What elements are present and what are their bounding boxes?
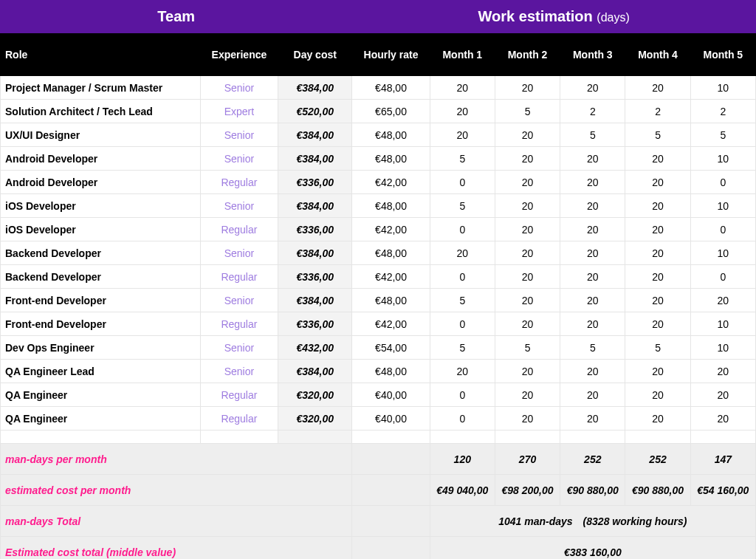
table-row: QA EngineerRegular€320,00€40,00020202020 (1, 407, 756, 431)
month3-cell: 20 (560, 171, 625, 194)
summary-cost-label: estimated cost per month (1, 475, 352, 506)
month4-cell: 5 (625, 123, 690, 147)
month1-cell: 0 (430, 312, 495, 336)
role-cell: Android Developer (1, 147, 201, 171)
summary-cost-row: estimated cost per month €49 040,00 €98 … (1, 475, 756, 506)
mandays-m1: 120 (430, 444, 495, 475)
experience-cell: Senior (200, 289, 278, 312)
role-cell: Backend Developer (1, 241, 201, 265)
month3-cell: 20 (560, 241, 625, 265)
month5-cell: 20 (690, 360, 755, 383)
cost-m1: €49 040,00 (430, 475, 495, 506)
daycost-cell: €336,00 (278, 218, 352, 241)
col-month-2: Month 2 (495, 33, 560, 76)
rate-cell: €48,00 (352, 360, 430, 383)
rate-cell: €54,00 (352, 336, 430, 360)
rate-cell: €42,00 (352, 171, 430, 194)
rate-cell: €42,00 (352, 265, 430, 289)
col-month-1: Month 1 (430, 33, 495, 76)
role-cell: QA Engineer (1, 407, 201, 431)
month3-cell: 5 (560, 336, 625, 360)
experience-cell: Expert (200, 100, 278, 123)
col-day-cost: Day cost (278, 33, 352, 76)
month4-cell: 5 (625, 336, 690, 360)
experience-cell: Regular (200, 383, 278, 407)
month2-cell: 5 (495, 336, 560, 360)
col-month-5: Month 5 (690, 33, 755, 76)
daycost-cell: €384,00 (278, 360, 352, 383)
month1-cell: 5 (430, 147, 495, 171)
rate-cell: €65,00 (352, 100, 430, 123)
role-cell: Dev Ops Engineer (1, 336, 201, 360)
daycost-cell: €320,00 (278, 407, 352, 431)
role-cell: UX/UI Designer (1, 123, 201, 147)
month4-cell: 20 (625, 360, 690, 383)
cost-m2: €98 200,00 (495, 475, 560, 506)
mandays-m3: 252 (560, 444, 625, 475)
month4-cell: 20 (625, 265, 690, 289)
month2-cell: 20 (495, 265, 560, 289)
experience-cell: Senior (200, 123, 278, 147)
spacer-row (1, 431, 756, 444)
experience-cell: Senior (200, 336, 278, 360)
month1-cell: 5 (430, 289, 495, 312)
month1-cell: 0 (430, 407, 495, 431)
rate-cell: €48,00 (352, 241, 430, 265)
month4-cell: 20 (625, 194, 690, 218)
total-mid-value: €383 160,00 (430, 537, 755, 560)
month3-cell: 20 (560, 76, 625, 100)
month1-cell: 20 (430, 360, 495, 383)
table-row: iOS DeveloperSenior€384,00€48,0052020201… (1, 194, 756, 218)
month3-cell: 2 (560, 100, 625, 123)
month5-cell: 2 (690, 100, 755, 123)
experience-cell: Regular (200, 407, 278, 431)
role-cell: Backend Developer (1, 265, 201, 289)
header-work-sub: (days) (597, 11, 629, 24)
table-row: Android DeveloperRegular€336,00€42,00020… (1, 171, 756, 194)
experience-cell: Regular (200, 218, 278, 241)
rate-cell: €40,00 (352, 383, 430, 407)
month2-cell: 20 (495, 360, 560, 383)
month2-cell: 20 (495, 241, 560, 265)
month4-cell: 20 (625, 289, 690, 312)
col-month-3: Month 3 (560, 33, 625, 76)
month2-cell: 20 (495, 123, 560, 147)
month2-cell: 5 (495, 100, 560, 123)
rate-cell: €40,00 (352, 407, 430, 431)
role-cell: iOS Developer (1, 218, 201, 241)
month5-cell: 5 (690, 123, 755, 147)
role-cell: iOS Developer (1, 194, 201, 218)
header-work-label: Work estimation (478, 8, 593, 24)
month3-cell: 20 (560, 218, 625, 241)
experience-cell: Senior (200, 360, 278, 383)
month4-cell: 20 (625, 171, 690, 194)
table-row: iOS DeveloperRegular€336,00€42,000202020… (1, 218, 756, 241)
table-row: QA EngineerRegular€320,00€40,00020202020 (1, 383, 756, 407)
rate-cell: €48,00 (352, 194, 430, 218)
role-cell: Android Developer (1, 171, 201, 194)
month1-cell: 20 (430, 241, 495, 265)
daycost-cell: €336,00 (278, 265, 352, 289)
month1-cell: 20 (430, 123, 495, 147)
rate-cell: €48,00 (352, 289, 430, 312)
daycost-cell: €336,00 (278, 312, 352, 336)
daycost-cell: €384,00 (278, 241, 352, 265)
month3-cell: 20 (560, 147, 625, 171)
month4-cell: 20 (625, 407, 690, 431)
table-row: QA Engineer LeadSenior€384,00€48,0020202… (1, 360, 756, 383)
role-cell: QA Engineer Lead (1, 360, 201, 383)
rate-cell: €42,00 (352, 312, 430, 336)
month5-cell: 10 (690, 147, 755, 171)
summary-total-mid-row: Estimated cost total (middle value) €383… (1, 537, 756, 560)
month4-cell: 20 (625, 218, 690, 241)
header-columns-row: Role Experience Day cost Hourly rate Mon… (1, 33, 756, 76)
month2-cell: 20 (495, 289, 560, 312)
month5-cell: 20 (690, 383, 755, 407)
daycost-cell: €432,00 (278, 336, 352, 360)
cost-m3: €90 880,00 (560, 475, 625, 506)
header-top-row: Team Work estimation (days) (1, 1, 756, 33)
experience-cell: Senior (200, 147, 278, 171)
summary-mandays-row: man-days per month 120 270 252 252 147 (1, 444, 756, 475)
rate-cell: €42,00 (352, 218, 430, 241)
month2-cell: 20 (495, 312, 560, 336)
